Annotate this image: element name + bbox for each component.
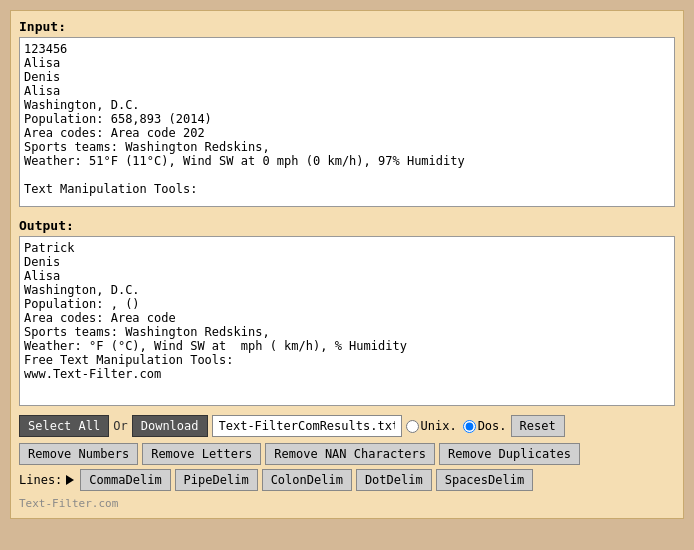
footer-text: Text-Filter.com (19, 497, 675, 510)
colon-delim-button[interactable]: ColonDelim (262, 469, 352, 491)
input-label: Input: (19, 19, 675, 34)
or-label: Or (113, 419, 127, 433)
remove-letters-button[interactable]: Remove Letters (142, 443, 261, 465)
pipe-delim-button[interactable]: PipeDelim (175, 469, 258, 491)
comma-delim-button[interactable]: CommaDelim (80, 469, 170, 491)
lines-label: Lines: (19, 473, 62, 487)
spaces-delim-button[interactable]: SpacesDelim (436, 469, 533, 491)
filename-input[interactable] (212, 415, 402, 437)
reset-button[interactable]: Reset (511, 415, 565, 437)
select-all-button[interactable]: Select All (19, 415, 109, 437)
remove-duplicates-button[interactable]: Remove Duplicates (439, 443, 580, 465)
dos-radio[interactable] (463, 420, 476, 433)
output-label: Output: (19, 218, 675, 233)
download-button[interactable]: Download (132, 415, 208, 437)
unix-radio-label[interactable]: Unix. (406, 419, 457, 433)
input-textarea[interactable]: 123456 Alisa Denis Alisa Washington, D.C… (19, 37, 675, 207)
output-textarea[interactable]: Patrick Denis Alisa Washington, D.C. Pop… (19, 236, 675, 406)
remove-numbers-button[interactable]: Remove Numbers (19, 443, 138, 465)
unix-radio[interactable] (406, 420, 419, 433)
remove-nan-button[interactable]: Remove NAN Characters (265, 443, 435, 465)
dos-radio-label[interactable]: Dos. (463, 419, 507, 433)
play-icon (66, 475, 74, 485)
dot-delim-button[interactable]: DotDelim (356, 469, 432, 491)
